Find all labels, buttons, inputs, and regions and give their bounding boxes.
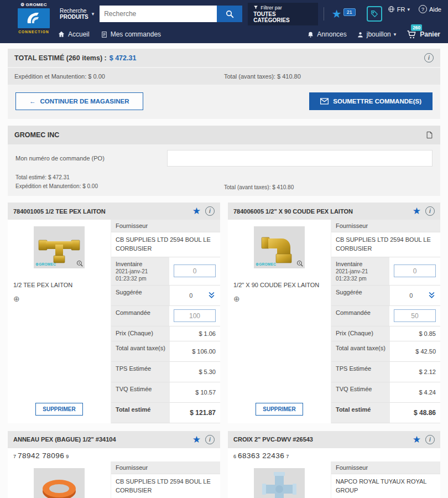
- search-box: [100, 6, 242, 22]
- product-image[interactable]: ⚙GROMEC: [254, 468, 305, 498]
- search-button[interactable]: [217, 6, 242, 22]
- brand-name: GROMEC: [26, 2, 47, 7]
- info-icon[interactable]: i: [205, 435, 215, 444]
- zoom-icon[interactable]: [76, 260, 84, 268]
- supplier-value: CB SUPPLIES LTD 2594 BOUL LE CORBUSIER: [331, 232, 440, 257]
- search-scope-dropdown[interactable]: Recherche PRODUITS ▾: [60, 8, 94, 20]
- suggested-label: Suggérée: [111, 286, 170, 305]
- continue-shopping-button[interactable]: ← CONTINUER DE MAGASINER: [15, 92, 143, 110]
- company-name: GROMEC INC: [14, 131, 59, 139]
- inventory-input[interactable]: [174, 264, 216, 277]
- product-image[interactable]: ⚙GROMEC: [254, 226, 305, 268]
- envelope-icon: [320, 98, 329, 105]
- nav-home[interactable]: Accueil: [58, 30, 90, 38]
- filter-line1: Filtrer par: [261, 5, 282, 11]
- double-chevron-down-icon[interactable]: [207, 291, 216, 299]
- upc-barcode: 668363 224367: [228, 448, 440, 461]
- logo-graphic: [18, 8, 50, 28]
- question-icon: ?: [419, 5, 427, 13]
- delete-button[interactable]: SUPPRIMER: [256, 403, 303, 416]
- search-input[interactable]: [100, 6, 217, 22]
- note-icon[interactable]: [425, 131, 434, 139]
- supplier-label-row: Fournisseur: [111, 220, 220, 232]
- tags-button[interactable]: [367, 6, 382, 22]
- tvq-label: TVQ Estimée: [331, 382, 390, 402]
- favorite-star-icon[interactable]: ★: [413, 435, 421, 444]
- globe-icon: [388, 6, 395, 13]
- info-icon[interactable]: i: [424, 53, 434, 63]
- expand-plus-icon[interactable]: ⊕: [233, 295, 241, 303]
- expand-plus-icon[interactable]: ⊕: [13, 295, 21, 303]
- favorite-star-icon[interactable]: ★: [413, 207, 421, 215]
- submit-orders-button[interactable]: SOUMETTRE COMMANDE(S): [309, 92, 433, 110]
- ordered-row: Commandée: [111, 306, 220, 326]
- supplier-label: Fournisseur: [331, 461, 440, 474]
- ordered-label: Commandée: [331, 306, 389, 326]
- info-icon[interactable]: i: [425, 435, 435, 444]
- filter-dropdown[interactable]: Filtrer par TOUTES CATÉGORIES: [248, 3, 318, 25]
- favorites-button[interactable]: ★ 21: [324, 7, 361, 20]
- price-value: $ 0.85: [419, 330, 436, 337]
- po-input[interactable]: [167, 150, 433, 167]
- info-icon[interactable]: i: [205, 206, 215, 216]
- inventory-row: Inventaire 2021-janv-21 01:23:32 pm: [111, 257, 220, 286]
- supplier-label: Fournisseur: [331, 220, 440, 232]
- brand-logo[interactable]: ⚙ GROMEC CONNECTION: [14, 2, 53, 43]
- zoom-icon[interactable]: [296, 260, 304, 268]
- supplier-label: Fournisseur: [111, 220, 220, 232]
- help-link[interactable]: ? Aide: [419, 5, 441, 13]
- chevron-down-icon: ▾: [394, 32, 397, 37]
- cart-button[interactable]: 260 Panier: [406, 29, 440, 39]
- home-icon: [58, 30, 65, 38]
- subtotal-label: Total avant taxe(s): [331, 341, 390, 361]
- ordered-input[interactable]: [394, 309, 436, 322]
- language-label: FR: [397, 6, 405, 13]
- info-icon[interactable]: i: [425, 206, 435, 216]
- chevron-down-icon: ▾: [407, 7, 410, 12]
- tvq-value: $ 4.24: [419, 389, 436, 396]
- nav-my-orders[interactable]: Mes commandes: [101, 30, 161, 38]
- ordered-input[interactable]: [174, 309, 216, 322]
- subtotal-value: $ 42.50: [415, 348, 436, 355]
- total-label: Total estimé: [331, 403, 390, 423]
- supplier-value-row: CB SUPPLIES LTD 2594 BOUL LE CORBUSIER: [331, 232, 440, 257]
- user-menu[interactable]: jbouillon ▾: [357, 30, 397, 38]
- product-card: 784001005 1/2 TEE PEX LAITON ★ i ⚙: [8, 203, 220, 423]
- group-subtotal-line: Total (avant taxes): $ 410.80: [224, 184, 433, 190]
- clipboard-icon: [101, 31, 108, 38]
- product-title: CROIX 2" PVC-DWV #26543: [233, 436, 313, 443]
- nav-orders-label: Mes commandes: [111, 30, 161, 38]
- supplier-label-row: Fournisseur: [331, 220, 440, 232]
- scope-line1: Recherche: [60, 8, 88, 14]
- gromec-watermark: ⚙GROMEC: [35, 262, 56, 267]
- tvq-value: $ 10.57: [195, 389, 216, 396]
- delete-button[interactable]: SUPPRIMER: [35, 403, 82, 416]
- cart-icon: [406, 29, 417, 39]
- total-estimated-value: $ 472.31: [110, 54, 137, 62]
- favorite-star-icon[interactable]: ★: [192, 207, 201, 215]
- cart-badge: 260: [411, 24, 422, 31]
- cart-summary: TOTAL ESTIMÉ (260 items) : $ 472.31 i Ex…: [8, 49, 440, 119]
- orange-ring-graphic: [38, 474, 81, 498]
- supplier-value: CB SUPPLIES LTD 2594 BOUL LE CORBUSIER: [111, 474, 220, 498]
- inventory-input[interactable]: [394, 264, 436, 277]
- nav-announcements[interactable]: Annonces: [307, 30, 346, 38]
- product-image[interactable]: ⚙GROMEC: [34, 226, 85, 268]
- subtotal-value: $ 106.00: [192, 348, 216, 355]
- tps-label: TPS Estimée: [111, 362, 170, 382]
- price-label: Prix (Chaque): [331, 326, 390, 341]
- inventory-date: 2021-janv-21: [116, 268, 165, 274]
- product-image[interactable]: ⚙GROMEC: [34, 468, 85, 498]
- brass-tee-graphic: [38, 231, 80, 263]
- double-chevron-down-icon[interactable]: [428, 291, 436, 299]
- total-value: $ 121.87: [190, 409, 216, 417]
- price-value: $ 1.06: [199, 330, 216, 337]
- scope-line2: PRODUITS: [60, 14, 88, 20]
- language-selector[interactable]: FR ▾: [388, 5, 410, 13]
- subtotal-label: Total avant taxe(s): [111, 341, 170, 361]
- product-card: CROIX 2" PVC-DWV #26543 ★ i 668363 22436…: [228, 431, 440, 498]
- favorite-star-icon[interactable]: ★: [192, 435, 201, 444]
- help-label: Aide: [429, 6, 441, 13]
- total-row: Total estimé $ 121.87: [111, 403, 220, 423]
- ordered-row: Commandée: [331, 306, 440, 326]
